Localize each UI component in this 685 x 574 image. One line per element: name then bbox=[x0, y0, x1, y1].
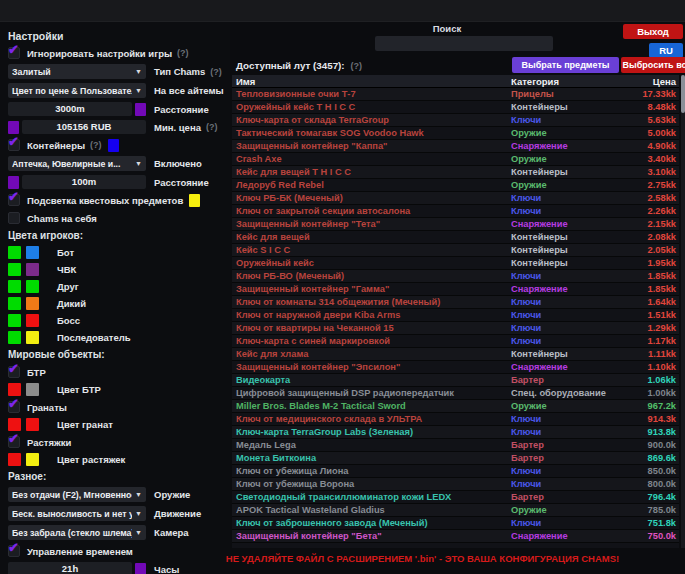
item-price: 1.00kk bbox=[623, 388, 679, 398]
setting-row: 100mРасстояние bbox=[8, 173, 230, 191]
color-swatch[interactable] bbox=[8, 314, 21, 327]
table-row[interactable]: Ключ-карта с синей маркировкойКлючи1.17k… bbox=[232, 335, 679, 348]
dropdown[interactable]: Беск. выносливость и нет уста:▼ bbox=[8, 506, 146, 521]
dropdown[interactable]: Залитый▼ bbox=[8, 64, 146, 79]
header-name[interactable]: Имя bbox=[232, 76, 511, 87]
checkbox[interactable]: ✔ bbox=[8, 436, 20, 448]
table-row[interactable]: APOK Tactical Wasteland GladiusОружие785… bbox=[232, 504, 679, 517]
table-row[interactable]: Кейс для вещей Т Н I С СКонтейнеры3.10kk bbox=[232, 166, 679, 179]
table-row[interactable]: Защищенный контейнер "Эпсилон"Снаряжение… bbox=[232, 361, 679, 374]
table-row[interactable]: Монета БиткоинаБартер869.6k bbox=[232, 452, 679, 465]
table-row[interactable]: Защищенный контейнер "Тета"Снаряжение2.1… bbox=[232, 218, 679, 231]
color-swatch[interactable] bbox=[8, 297, 21, 310]
table-row[interactable]: Ключ от комнаты 314 общежития (Меченый)К… bbox=[232, 296, 679, 309]
table-row[interactable]: Медаль LegaБартер900.0k bbox=[232, 439, 679, 452]
table-row[interactable]: Ключ от наружной двери Kiba ArmsКлючи1.5… bbox=[232, 309, 679, 322]
table-row[interactable]: Ключ от квартиры на Чеканной 15Ключи1.29… bbox=[232, 322, 679, 335]
setting-row: Без отдачи (F2), Мгновенное п▼Оружие bbox=[8, 485, 230, 504]
exit-button[interactable]: Выход bbox=[623, 24, 683, 39]
header-price[interactable]: Цена bbox=[623, 76, 679, 87]
item-category: Контейнеры bbox=[511, 167, 623, 177]
dropdown[interactable]: Аптечка, Ювелирные и...▼ bbox=[8, 156, 146, 171]
search-input[interactable] bbox=[375, 36, 553, 51]
value-input[interactable]: 105156 RUB bbox=[22, 120, 146, 134]
dropdown[interactable]: Без забрала (стекло шлема)▼ bbox=[8, 525, 146, 540]
setting-label: Расстояние bbox=[154, 104, 209, 115]
color-swatch[interactable] bbox=[26, 246, 39, 259]
item-price: 1.51kk bbox=[623, 310, 679, 320]
table-row[interactable]: Crash AxeОружие3.40kk bbox=[232, 153, 679, 166]
color-swatch[interactable] bbox=[8, 246, 21, 259]
color-swatch[interactable] bbox=[26, 314, 39, 327]
table-row[interactable]: Ключ от убежища ВоронаКлючи800.0k bbox=[232, 478, 679, 491]
table-row[interactable]: Светодиодный трансиллюминатор кожи LEDXБ… bbox=[232, 491, 679, 504]
item-price: 800.0k bbox=[623, 479, 679, 489]
table-scrollbar[interactable] bbox=[681, 75, 685, 548]
setting-row: Последователь bbox=[8, 329, 230, 346]
table-row[interactable] bbox=[232, 543, 679, 548]
value-input[interactable]: 3000m bbox=[8, 102, 132, 116]
color-swatch[interactable] bbox=[189, 194, 200, 207]
color-swatch[interactable] bbox=[26, 297, 39, 310]
table-row[interactable]: ВидеокартаБартер1.06kk bbox=[232, 374, 679, 387]
value-input[interactable]: 100m bbox=[22, 175, 146, 189]
color-swatch[interactable] bbox=[26, 263, 39, 276]
table-row[interactable]: Ключ от закрытой секции автосалонаКлючи2… bbox=[232, 205, 679, 218]
table-row[interactable]: Оружейный кейсКонтейнеры1.95kk bbox=[232, 257, 679, 270]
table-row[interactable]: Защищенный контейнер "Гамма"Снаряжение1.… bbox=[232, 283, 679, 296]
dropdown[interactable]: Без отдачи (F2), Мгновенное п▼ bbox=[8, 487, 146, 502]
color-swatch[interactable] bbox=[8, 331, 21, 344]
table-row[interactable]: Ключ РБ-ВО (Меченый)Ключи1.85kk bbox=[232, 270, 679, 283]
drop-all-button[interactable]: Выбросить все bbox=[621, 57, 685, 73]
table-row[interactable]: Ключ-карта от склада TerraGroupКлючи5.63… bbox=[232, 114, 679, 127]
color-swatch[interactable] bbox=[8, 263, 21, 276]
table-row[interactable]: Кейс S I C CКонтейнеры2.05kk bbox=[232, 244, 679, 257]
checkbox[interactable]: ✔ bbox=[8, 139, 20, 151]
value-input[interactable]: 21h bbox=[8, 562, 132, 574]
table-row[interactable]: Тактический томагавк SOG Voodoo HawkОруж… bbox=[232, 127, 679, 140]
color-swatch[interactable] bbox=[108, 139, 119, 152]
table-row[interactable]: Ключ от заброшенного завода (Меченый)Клю… bbox=[232, 517, 679, 530]
table-row[interactable]: Ключ-карта TerraGroup Labs (Зеленая)Ключ… bbox=[232, 426, 679, 439]
checkbox[interactable]: ✔ bbox=[8, 194, 20, 206]
table-row[interactable]: Ключ от медицинского склада в УЛЬТРАКлюч… bbox=[232, 413, 679, 426]
table-row[interactable]: Кейс для вещейКонтейнеры2.08kk bbox=[232, 231, 679, 244]
table-row[interactable]: Ледоруб Red RebelОружие2.75kk bbox=[232, 179, 679, 192]
color-swatch[interactable] bbox=[8, 280, 21, 293]
color-swatch[interactable] bbox=[135, 563, 146, 574]
select-kappa-items-button[interactable]: Выбрать предметы каппа bbox=[512, 57, 619, 73]
color-swatch[interactable] bbox=[26, 383, 39, 396]
checkbox[interactable]: ✔ bbox=[8, 366, 20, 378]
table-row[interactable]: Miller Bros. Blades M-2 Tactical SwordОр… bbox=[232, 400, 679, 413]
color-swatch[interactable] bbox=[8, 176, 19, 189]
color-swatch[interactable] bbox=[26, 331, 39, 344]
color-swatch[interactable] bbox=[26, 418, 39, 431]
checkbox[interactable] bbox=[8, 212, 20, 224]
table-row[interactable]: Ключ РБ-БК (Меченый)Ключи2.58kk bbox=[232, 192, 679, 205]
color-swatch[interactable] bbox=[8, 383, 21, 396]
setting-row: ✔Контейнеры(?) bbox=[8, 136, 230, 154]
table-row[interactable]: Защищенный контейнер "Каппа"Снаряжение4.… bbox=[232, 140, 679, 153]
dropdown-value: Беск. выносливость и нет уста: bbox=[12, 509, 132, 519]
table-row[interactable]: Ключ от убежища ЛионаКлючи850.0k bbox=[232, 465, 679, 478]
color-swatch[interactable] bbox=[8, 121, 19, 134]
checkbox[interactable]: ✔ bbox=[8, 47, 20, 59]
language-button[interactable]: RU bbox=[649, 43, 683, 58]
color-swatch[interactable] bbox=[8, 418, 21, 431]
scrollbar-thumb[interactable] bbox=[681, 75, 685, 113]
color-swatch[interactable] bbox=[8, 453, 21, 466]
color-swatch[interactable] bbox=[26, 280, 39, 293]
dropdown[interactable]: Цвет по цене & Пользователь▼ bbox=[8, 83, 146, 98]
table-row[interactable]: Цифровой защищенный DSP радиопередатчикС… bbox=[232, 387, 679, 400]
table-row[interactable]: Тепловизионные очки Т-7Прицелы17.33kk bbox=[232, 88, 679, 101]
item-name: Ключ-карта от склада TerraGroup bbox=[232, 115, 511, 125]
color-swatch[interactable] bbox=[26, 453, 39, 466]
checkbox[interactable]: ✔ bbox=[8, 401, 20, 413]
checkbox[interactable]: ✔ bbox=[8, 545, 20, 557]
header-category[interactable]: Категория bbox=[511, 76, 623, 87]
color-swatch[interactable] bbox=[135, 103, 146, 116]
table-row[interactable]: Оружейный кейс Т Н I С СКонтейнеры8.48kk bbox=[232, 101, 679, 114]
table-row[interactable]: Кейс для хламаКонтейнеры1.11kk bbox=[232, 348, 679, 361]
table-row[interactable]: Защищенный контейнер "Бета"Снаряжение750… bbox=[232, 530, 679, 543]
item-category: Оружие bbox=[511, 505, 623, 515]
